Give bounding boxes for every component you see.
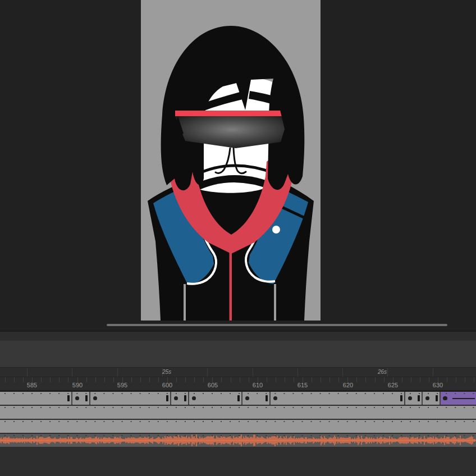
- frame-tick: [240, 377, 240, 382]
- second-label: 26s: [378, 369, 387, 375]
- frame-tick: [68, 377, 68, 382]
- chest-button-dot: [272, 226, 280, 234]
- playhead-line[interactable]: [301, 391, 302, 476]
- frame-tick: [285, 377, 285, 382]
- timeline-ruler[interactable]: 25s26s 585590595600605610615620625630: [0, 368, 476, 392]
- frame-tick: [267, 377, 267, 382]
- frame-tick: [158, 377, 159, 382]
- frame-tick: [375, 377, 376, 382]
- audio-track[interactable]: [0, 434, 476, 447]
- frame-tick: [456, 377, 456, 382]
- frame-number-label: 590: [72, 382, 83, 388]
- frame-tick: [338, 377, 339, 382]
- clip-boundary: [241, 392, 242, 405]
- frame-tick: [113, 377, 114, 382]
- timeline-panel-header: [0, 332, 476, 341]
- character-card: [141, 0, 321, 321]
- clip-boundary: [89, 392, 90, 405]
- keyframe-track[interactable]: [0, 392, 476, 405]
- frame-number-label: 605: [208, 382, 218, 388]
- frame-tick: [185, 377, 186, 382]
- clip-end-marker: [85, 395, 88, 401]
- frame-tick: [23, 377, 24, 382]
- clip-span-line: [452, 398, 475, 399]
- frames-ruler-row[interactable]: 585590595600605610615620625630: [0, 377, 476, 390]
- second-label: 25s: [162, 369, 171, 375]
- frame-tick: [95, 377, 96, 382]
- keyframe-dot: [425, 396, 429, 400]
- frame-tick: [411, 377, 411, 382]
- clip-boundary: [440, 392, 441, 405]
- frame-tick: [176, 377, 177, 382]
- clip-end-marker: [184, 395, 186, 401]
- center-zip-red-line: [230, 250, 232, 321]
- frame-tick: [329, 377, 330, 382]
- second-tick: [387, 368, 388, 377]
- frame-tick: [231, 377, 231, 382]
- timeline-empty-area: [0, 447, 476, 476]
- frame-tick: [86, 377, 87, 382]
- keyframe-dot: [245, 396, 249, 400]
- frame-tick: [14, 377, 15, 382]
- frame-number-label: 625: [388, 382, 398, 388]
- frame-tick: [294, 377, 294, 382]
- clip-end-marker: [166, 395, 168, 401]
- frame-tick: [447, 377, 447, 382]
- keyframe-dot: [273, 396, 277, 400]
- clip-boundary: [188, 392, 189, 405]
- frame-tick: [203, 377, 204, 382]
- keyframe-dot: [174, 396, 178, 400]
- clip-boundary: [404, 392, 405, 405]
- frame-tick: [104, 377, 105, 382]
- frame-tick: [59, 377, 60, 382]
- frame-tick: [221, 377, 222, 382]
- frame-tick: [429, 377, 429, 382]
- keyframe-dot: [192, 396, 196, 400]
- track-row-3[interactable]: [0, 420, 476, 433]
- frame-tick: [465, 377, 465, 382]
- clip-boundary: [170, 392, 171, 405]
- frame-tick: [276, 377, 276, 382]
- frame-tick: [41, 377, 42, 382]
- stage-preview: [0, 0, 476, 331]
- seconds-ruler-row[interactable]: 25s26s: [0, 368, 476, 377]
- frame-number-label: 585: [27, 382, 37, 388]
- frame-tick: [140, 377, 141, 382]
- keyframe-dot: [93, 396, 97, 400]
- second-tick: [72, 368, 72, 377]
- frame-tick: [384, 377, 385, 382]
- keyframe-dot: [443, 396, 447, 400]
- frame-tick-dots: [4, 407, 476, 408]
- frame-number-label: 620: [343, 382, 353, 388]
- frame-number-label: 630: [433, 382, 443, 388]
- frame-tick: [194, 377, 195, 382]
- clip-boundary: [71, 392, 72, 405]
- frame-tick: [321, 377, 321, 382]
- clip-end-marker: [400, 395, 402, 401]
- clip-end-marker: [436, 395, 438, 401]
- second-tick: [253, 368, 253, 377]
- second-tick: [342, 368, 343, 377]
- frame-number-label: 600: [162, 382, 172, 388]
- clip-boundary: [269, 392, 271, 405]
- frame-tick-dots: [4, 393, 476, 394]
- frame-number-label: 610: [253, 382, 263, 388]
- horizontal-scrollbar[interactable]: [107, 324, 447, 326]
- second-tick: [207, 368, 208, 377]
- clip-end-marker: [67, 395, 70, 401]
- frame-tick: [356, 377, 357, 382]
- keyframe-dot: [75, 396, 79, 400]
- frame-number-label: 595: [117, 382, 127, 388]
- track-row-2[interactable]: [0, 406, 476, 419]
- clip-end-marker: [237, 395, 240, 401]
- second-tick: [27, 368, 28, 377]
- frame-tick: [420, 377, 420, 382]
- second-tick: [117, 368, 118, 377]
- timeline-toolbar: 24,00FPS 615F A: [0, 341, 476, 367]
- clip-end-marker: [418, 395, 420, 401]
- visor-red-band: [175, 111, 289, 116]
- clip-end-marker: [266, 395, 268, 401]
- right-zip-line: [274, 284, 276, 321]
- frame-tick-dots: [4, 435, 476, 436]
- frame-tick: [149, 377, 150, 382]
